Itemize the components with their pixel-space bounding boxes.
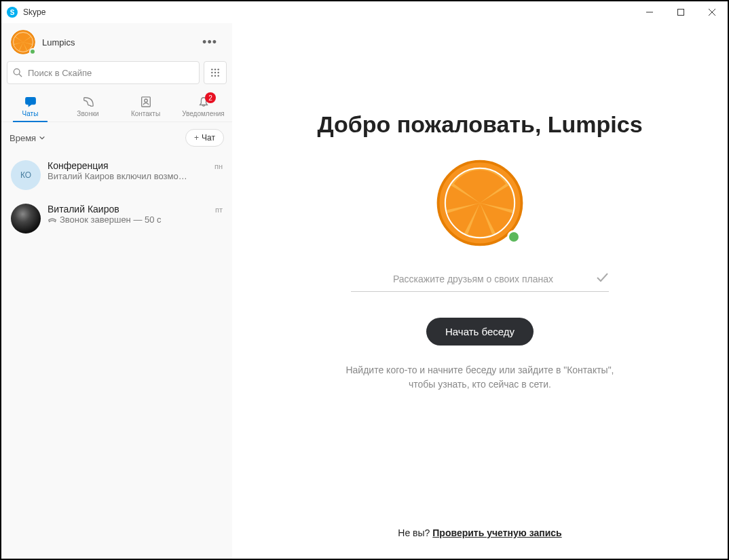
svg-point-12 [211, 72, 212, 73]
close-button[interactable] [696, 1, 728, 23]
window-title: Skype [23, 7, 45, 17]
notification-badge: 2 [205, 92, 216, 103]
confirm-mood-button[interactable] [595, 271, 609, 287]
svg-rect-4 [678, 10, 684, 16]
chat-item-preview: Звонок завершен — 50 с [48, 214, 223, 225]
nav-tabs: Чаты Звонки Контакты Уведомления 2 [1, 90, 232, 122]
mood-message-row [351, 267, 609, 292]
phone-icon [82, 95, 94, 109]
profile-avatar-large[interactable] [436, 160, 523, 246]
welcome-heading: Добро пожаловать, Lumpics [317, 111, 642, 138]
svg-point-15 [211, 75, 212, 77]
svg-point-9 [211, 69, 212, 70]
dialpad-icon [210, 68, 220, 77]
tab-calls[interactable]: Звонки [59, 90, 117, 122]
minimize-button[interactable] [634, 1, 665, 23]
search-box[interactable] [7, 61, 200, 84]
chat-icon [24, 95, 37, 109]
search-icon [13, 68, 22, 77]
new-chat-label: Чат [202, 133, 215, 143]
main-content: Добро пожаловать, Lumpics Начать беседу … [232, 23, 728, 559]
not-you-label: Не вы? [398, 527, 430, 538]
chat-list: КО Конференция пн Виталий Каиров включил… [1, 153, 232, 559]
chat-item[interactable]: КО Конференция пн Виталий Каиров включил… [1, 153, 232, 197]
svg-point-13 [214, 72, 216, 73]
sidebar: Lumpics ••• Ч [1, 23, 232, 559]
svg-point-11 [218, 69, 219, 70]
tab-contacts-label: Контакты [131, 110, 160, 117]
tab-contacts[interactable]: Контакты [117, 90, 174, 122]
maximize-button[interactable] [665, 1, 696, 23]
chat-avatar-photo [11, 204, 41, 234]
svg-point-10 [214, 69, 216, 70]
plus-icon: + [194, 133, 199, 143]
chat-item-title: Виталий Каиров [48, 204, 119, 214]
svg-point-16 [214, 75, 216, 77]
check-account-link[interactable]: Проверить учетную запись [432, 527, 561, 538]
tab-chats-label: Чаты [22, 110, 39, 117]
more-menu-button[interactable]: ••• [197, 33, 223, 52]
avatar[interactable] [11, 30, 35, 54]
mood-input[interactable] [351, 274, 595, 284]
time-filter-label: Время [10, 133, 36, 143]
tab-notifications[interactable]: Уведомления 2 [174, 90, 232, 122]
chevron-down-icon [39, 134, 45, 141]
call-ended-icon [48, 215, 57, 225]
helper-text: Найдите кого-то и начните беседу или зай… [337, 363, 622, 392]
presence-online-icon [29, 48, 36, 55]
chat-avatar-initials: КО [11, 160, 41, 190]
svg-point-7 [14, 69, 20, 75]
search-input[interactable] [28, 68, 193, 78]
svg-rect-18 [25, 98, 35, 105]
skype-logo-icon: S [7, 7, 18, 18]
svg-point-17 [218, 75, 219, 77]
time-filter-dropdown[interactable]: Время [10, 133, 45, 143]
not-you-row: Не вы? Проверить учетную запись [398, 527, 561, 545]
chat-item[interactable]: Виталий Каиров пт Звонок завершен — 50 с [1, 197, 232, 240]
presence-online-icon [507, 230, 521, 244]
profile-name: Lumpics [42, 37, 75, 48]
svg-line-8 [19, 74, 22, 77]
contacts-icon [140, 95, 152, 109]
dialpad-button[interactable] [204, 61, 227, 84]
chat-item-title: Конференция [48, 160, 109, 171]
chat-item-time: пт [215, 206, 223, 214]
chat-item-preview: Виталий Каиров включил возмо… [48, 171, 223, 181]
svg-point-20 [144, 99, 147, 102]
profile-header[interactable]: Lumpics ••• [1, 23, 232, 61]
new-chat-button[interactable]: + Чат [185, 129, 224, 147]
tab-notifications-label: Уведомления [182, 110, 225, 117]
chat-item-time: пн [214, 162, 223, 170]
tab-chats[interactable]: Чаты [1, 90, 59, 122]
tab-calls-label: Звонки [77, 110, 98, 117]
svg-point-14 [218, 72, 219, 73]
titlebar: S Skype [1, 1, 728, 23]
start-conversation-button[interactable]: Начать беседу [426, 318, 534, 346]
